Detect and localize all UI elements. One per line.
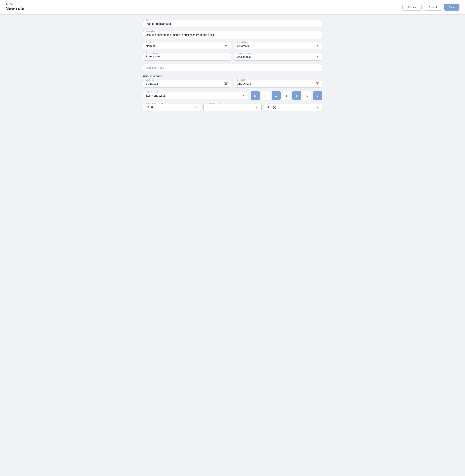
unit-label: Unit [266,102,271,104]
priority-label: Priority [145,41,152,43]
clear-assigned-user-button[interactable]: ✕ [224,55,228,58]
start-date-label: Start date * [145,79,156,81]
events-start-label: Events start at times [145,102,164,104]
dates-row: Start date * 📅 End date * 📅 [143,80,322,88]
title-label: Title * [145,19,151,21]
rules-label: RULES [6,3,24,5]
completion-mode-select-wrapper: Automatic Manual ▼ [237,44,319,48]
start-date-inner: 📅 [146,82,228,86]
events-duration-wrapper: Events duration 1 2 3 ▼ [203,104,262,111]
time-schedule-title: TIME SCHEDULE [143,75,322,77]
description-input[interactable] [146,33,319,37]
save-button[interactable]: Save [444,4,459,11]
priority-select[interactable]: Normal Low High Critical [146,44,228,48]
page-title: New rule [6,6,24,11]
end-date-input[interactable] [237,82,315,86]
page-header: RULES New rule Preview Cancel Save [0,0,465,15]
day-buttons: M T W T F S S [251,91,322,100]
assigned-user-label: Assigned user [145,52,159,54]
unit-select-wrapper: Hour(s) Day(s) Week(s) ▼ [267,105,319,109]
end-date-wrapper: End date * 📅 [234,80,322,88]
assignment-mode-label: Assignment mode [236,52,253,54]
title-input[interactable] [146,22,319,26]
end-date-inner: 📅 [237,82,319,86]
events-duration-select-wrapper: 1 2 3 ▼ [206,105,259,109]
day-monday-button[interactable]: M [251,91,260,100]
day-sunday-button[interactable]: S [313,91,322,100]
end-date-label: End date * [236,79,247,81]
day-thursday-button[interactable]: T [282,91,291,100]
repeat-events-label: Repeat events [145,91,159,93]
events-start-wrapper: Events start at times 06:00 07:00 08:00 … [143,104,201,111]
events-duration-label: Events duration [206,102,220,104]
bottom-row: Events start at times 06:00 07:00 08:00 … [143,104,322,111]
day-friday-button[interactable]: F [292,91,301,100]
completion-mode-label: Completion mode [236,41,253,43]
description-field-wrapper: Description [143,31,322,39]
events-start-select[interactable]: 06:00 07:00 08:00 [146,105,198,109]
assigned-user-field-wrapper: Assigned user A_Assistant ✕ [143,53,231,61]
cancel-button[interactable]: Cancel [424,4,442,11]
assigned-user-value: A_Assistant [146,55,160,58]
events-start-select-wrapper: 06:00 07:00 08:00 ▼ [146,105,198,109]
repeat-events-wrapper: Repeat events Every day Every week Every… [143,92,248,100]
additional-data-field-wrapper [143,64,322,72]
title-field-group: Title * [143,20,322,28]
repeat-events-select-wrapper: Every day Every week Every 2nd week Ever… [146,94,245,98]
header-left: RULES New rule [6,3,24,11]
title-field-wrapper: Title * [143,20,322,28]
main-content: Title * Description Priority Normal Low … [137,15,328,120]
end-date-calendar-icon[interactable]: 📅 [315,82,319,86]
assigned-user-inner: A_Assistant ✕ [146,55,228,58]
additional-data-group [143,64,322,72]
start-date-calendar-icon[interactable]: 📅 [224,82,228,86]
preview-button[interactable]: Preview [402,4,422,11]
assignment-mode-field-wrapper: Assignment mode Assignable Fixed ▼ [234,53,322,61]
repeat-row: Repeat events Every day Every week Every… [143,91,322,100]
day-saturday-button[interactable]: S [303,91,312,100]
priority-select-wrapper: Normal Low High Critical ▼ [146,44,228,48]
completion-mode-select[interactable]: Automatic Manual [237,44,319,48]
description-field-group: Description [143,31,322,39]
additional-data-input[interactable] [146,66,319,70]
start-date-wrapper: Start date * 📅 [143,80,231,88]
priority-field-wrapper: Priority Normal Low High Critical ▼ [143,42,231,50]
day-wednesday-button[interactable]: W [272,91,281,100]
assignment-mode-select[interactable]: Assignable Fixed [237,55,319,59]
description-label: Description [145,30,156,32]
time-schedule-section: TIME SCHEDULE Start date * 📅 End date * … [143,75,322,111]
events-duration-select[interactable]: 1 2 3 [206,105,259,109]
assignment-mode-select-wrapper: Assignable Fixed ▼ [237,55,319,59]
unit-select[interactable]: Hour(s) Day(s) Week(s) [267,105,319,109]
priority-completion-row: Priority Normal Low High Critical ▼ Comp… [143,42,322,50]
unit-wrapper: Unit Hour(s) Day(s) Week(s) ▼ [264,104,322,111]
day-tuesday-button[interactable]: T [261,91,270,100]
header-actions: Preview Cancel Save [402,4,459,11]
repeat-events-select[interactable]: Every day Every week Every 2nd week Ever… [146,94,245,98]
start-date-input[interactable] [146,82,224,86]
completion-mode-field-wrapper: Completion mode Automatic Manual ▼ [234,42,322,50]
assigned-assignment-row: Assigned user A_Assistant ✕ Assignment m… [143,53,322,61]
